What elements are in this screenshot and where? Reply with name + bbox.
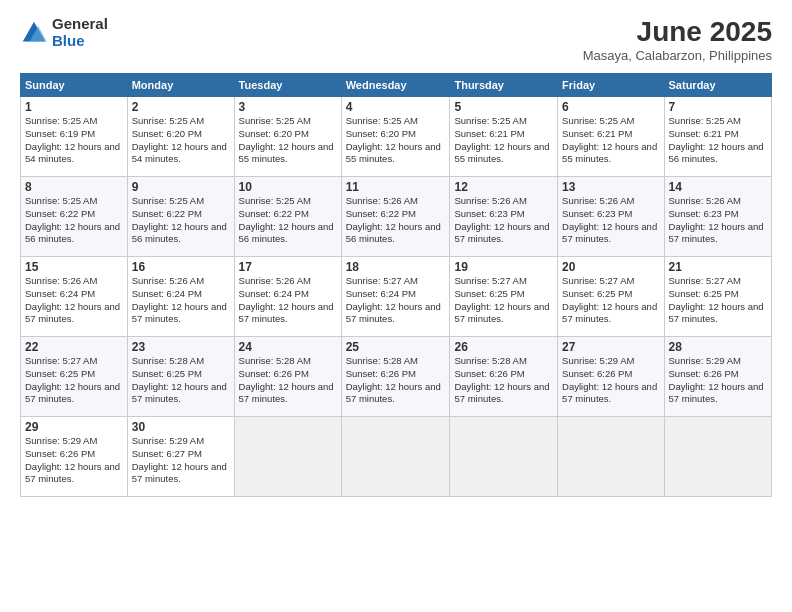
page: General Blue June 2025 Masaya, Calabarzo… (0, 0, 792, 612)
table-row: 20Sunrise: 5:27 AMSunset: 6:25 PMDayligh… (558, 257, 664, 337)
table-row: 22Sunrise: 5:27 AMSunset: 6:25 PMDayligh… (21, 337, 128, 417)
table-row (558, 417, 664, 497)
table-row: 10Sunrise: 5:25 AMSunset: 6:22 PMDayligh… (234, 177, 341, 257)
table-row: 27Sunrise: 5:29 AMSunset: 6:26 PMDayligh… (558, 337, 664, 417)
table-row: 7Sunrise: 5:25 AMSunset: 6:21 PMDaylight… (664, 97, 771, 177)
table-row: 8Sunrise: 5:25 AMSunset: 6:22 PMDaylight… (21, 177, 128, 257)
table-row (664, 417, 771, 497)
title-block: June 2025 Masaya, Calabarzon, Philippine… (583, 16, 772, 63)
table-row: 4Sunrise: 5:25 AMSunset: 6:20 PMDaylight… (341, 97, 450, 177)
table-row (450, 417, 558, 497)
col-thursday: Thursday (450, 74, 558, 97)
table-row: 14Sunrise: 5:26 AMSunset: 6:23 PMDayligh… (664, 177, 771, 257)
table-row: 29Sunrise: 5:29 AMSunset: 6:26 PMDayligh… (21, 417, 128, 497)
table-row: 24Sunrise: 5:28 AMSunset: 6:26 PMDayligh… (234, 337, 341, 417)
table-row: 21Sunrise: 5:27 AMSunset: 6:25 PMDayligh… (664, 257, 771, 337)
table-row (341, 417, 450, 497)
table-row: 5Sunrise: 5:25 AMSunset: 6:21 PMDaylight… (450, 97, 558, 177)
col-friday: Friday (558, 74, 664, 97)
logo-text: General Blue (52, 16, 108, 49)
table-row: 30Sunrise: 5:29 AMSunset: 6:27 PMDayligh… (127, 417, 234, 497)
table-row: 18Sunrise: 5:27 AMSunset: 6:24 PMDayligh… (341, 257, 450, 337)
col-tuesday: Tuesday (234, 74, 341, 97)
table-row: 3Sunrise: 5:25 AMSunset: 6:20 PMDaylight… (234, 97, 341, 177)
col-sunday: Sunday (21, 74, 128, 97)
table-row: 23Sunrise: 5:28 AMSunset: 6:25 PMDayligh… (127, 337, 234, 417)
table-row: 12Sunrise: 5:26 AMSunset: 6:23 PMDayligh… (450, 177, 558, 257)
subtitle: Masaya, Calabarzon, Philippines (583, 48, 772, 63)
table-row: 9Sunrise: 5:25 AMSunset: 6:22 PMDaylight… (127, 177, 234, 257)
logo-blue: Blue (52, 33, 108, 50)
table-row: 6Sunrise: 5:25 AMSunset: 6:21 PMDaylight… (558, 97, 664, 177)
col-saturday: Saturday (664, 74, 771, 97)
col-monday: Monday (127, 74, 234, 97)
table-row: 13Sunrise: 5:26 AMSunset: 6:23 PMDayligh… (558, 177, 664, 257)
header: General Blue June 2025 Masaya, Calabarzo… (20, 16, 772, 63)
table-row (234, 417, 341, 497)
table-row: 19Sunrise: 5:27 AMSunset: 6:25 PMDayligh… (450, 257, 558, 337)
table-row: 26Sunrise: 5:28 AMSunset: 6:26 PMDayligh… (450, 337, 558, 417)
table-row: 16Sunrise: 5:26 AMSunset: 6:24 PMDayligh… (127, 257, 234, 337)
logo: General Blue (20, 16, 108, 49)
logo-icon (20, 19, 48, 47)
table-row: 1Sunrise: 5:25 AMSunset: 6:19 PMDaylight… (21, 97, 128, 177)
table-row: 25Sunrise: 5:28 AMSunset: 6:26 PMDayligh… (341, 337, 450, 417)
table-row: 2Sunrise: 5:25 AMSunset: 6:20 PMDaylight… (127, 97, 234, 177)
table-row: 28Sunrise: 5:29 AMSunset: 6:26 PMDayligh… (664, 337, 771, 417)
col-wednesday: Wednesday (341, 74, 450, 97)
table-row: 11Sunrise: 5:26 AMSunset: 6:22 PMDayligh… (341, 177, 450, 257)
table-row: 17Sunrise: 5:26 AMSunset: 6:24 PMDayligh… (234, 257, 341, 337)
logo-general: General (52, 16, 108, 33)
calendar: Sunday Monday Tuesday Wednesday Thursday… (20, 73, 772, 497)
main-title: June 2025 (583, 16, 772, 48)
table-row: 15Sunrise: 5:26 AMSunset: 6:24 PMDayligh… (21, 257, 128, 337)
